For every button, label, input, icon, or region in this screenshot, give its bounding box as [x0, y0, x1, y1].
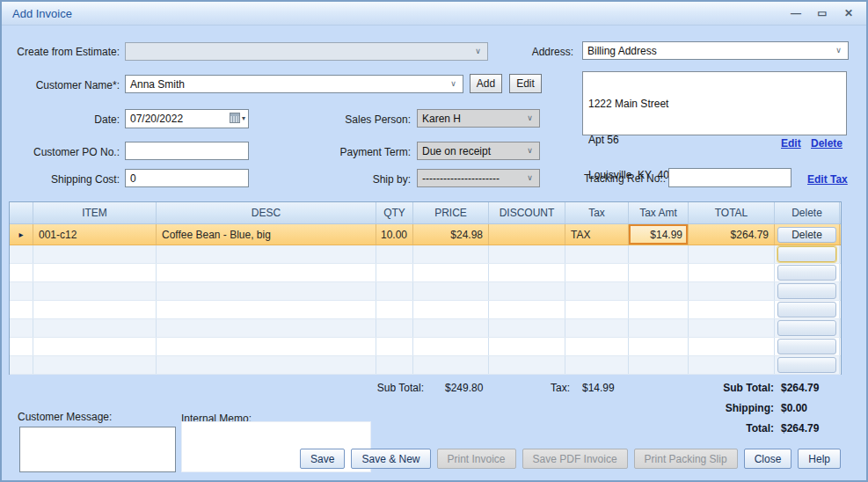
address-type-select[interactable]: Billing Address ∨ — [582, 41, 849, 60]
grid-empty-cell[interactable] — [157, 319, 376, 337]
grid-empty-cell[interactable] — [376, 338, 413, 355]
add-customer-button[interactable]: Add — [470, 74, 502, 93]
maximize-icon[interactable]: ▭ — [813, 5, 831, 21]
grid-empty-cell[interactable] — [413, 338, 489, 355]
save-pdf-invoice-button[interactable]: Save PDF Invoice — [522, 449, 628, 469]
grid-empty-cell[interactable] — [413, 301, 489, 318]
grid-empty-cell[interactable] — [629, 282, 689, 300]
grid-empty-cell[interactable] — [489, 319, 565, 337]
grid-header-price[interactable]: PRICE — [413, 202, 489, 223]
grid-empty-cell[interactable] — [629, 301, 689, 318]
grid-empty-row[interactable] — [10, 301, 841, 319]
grid-empty-row[interactable] — [10, 245, 841, 264]
grid-empty-cell[interactable] — [376, 264, 413, 281]
grid-header-item[interactable]: ITEM — [33, 202, 157, 223]
grid-empty-row[interactable] — [10, 319, 841, 338]
grid-empty-cell[interactable] — [376, 356, 413, 374]
grid-empty-cell[interactable] — [33, 356, 157, 374]
grid-empty-cell[interactable] — [689, 245, 775, 263]
grid-header-qty[interactable]: QTY — [376, 202, 413, 223]
grid-empty-cell[interactable] — [689, 301, 775, 318]
grid-empty-cell[interactable] — [689, 264, 775, 281]
date-input[interactable]: 07/20/2022 ▾ — [125, 109, 249, 128]
grid-empty-cell[interactable] — [413, 245, 489, 263]
grid-header-desc[interactable]: DESC — [157, 202, 376, 223]
grid-empty-cell[interactable] — [157, 282, 376, 300]
grid-empty-cell[interactable] — [376, 319, 413, 337]
grid-empty-cell[interactable] — [489, 356, 565, 374]
address-edit-link[interactable]: Edit — [781, 137, 801, 150]
grid-empty-cell[interactable] — [489, 245, 565, 263]
grid-empty-cell[interactable] — [10, 338, 33, 355]
minimize-icon[interactable]: — — [787, 5, 805, 21]
grid-header-tax-amt[interactable]: Tax Amt — [629, 202, 689, 223]
grid-empty-cell[interactable] — [413, 356, 489, 374]
edit-tax-link[interactable]: Edit Tax — [807, 173, 848, 186]
grid-empty-cell[interactable] — [157, 245, 376, 263]
grid-empty-row[interactable] — [10, 264, 841, 282]
close-icon[interactable]: ✕ — [840, 5, 857, 21]
grid-empty-cell[interactable] — [565, 264, 629, 281]
grid-empty-cell[interactable] — [376, 282, 413, 300]
row-delete-button[interactable] — [777, 302, 836, 318]
print-packing-slip-button[interactable]: Print Packing Slip — [634, 449, 738, 469]
grid-empty-row[interactable] — [10, 338, 841, 356]
grid-empty-cell[interactable] — [10, 264, 33, 281]
row-delete-button[interactable] — [777, 246, 836, 262]
row-delete-button[interactable] — [777, 320, 836, 336]
grid-empty-cell[interactable] — [33, 301, 157, 318]
shipping-cost-input[interactable]: 0 — [125, 169, 249, 187]
grid-empty-cell[interactable] — [157, 338, 376, 355]
edit-customer-button[interactable]: Edit — [509, 74, 542, 93]
grid-empty-cell[interactable] — [33, 319, 157, 337]
qty-cell[interactable]: 10.00 — [376, 224, 413, 245]
discount-cell[interactable] — [489, 224, 565, 245]
save-button[interactable]: Save — [300, 449, 345, 469]
customer-name-select[interactable]: Anna Smith ∨ — [125, 75, 463, 93]
tracking-ref-input[interactable] — [668, 168, 791, 187]
grid-empty-cell[interactable] — [565, 301, 629, 318]
grid-empty-cell[interactable] — [689, 282, 775, 300]
create-from-estimate-select[interactable]: ∨ — [125, 42, 488, 61]
grid-empty-cell[interactable] — [10, 282, 33, 300]
grid-empty-cell[interactable] — [565, 319, 629, 337]
print-invoice-button[interactable]: Print Invoice — [437, 449, 516, 469]
grid-empty-cell[interactable] — [413, 282, 489, 300]
grid-header-total[interactable]: TOTAL — [689, 202, 775, 223]
grid-empty-row[interactable] — [10, 282, 841, 301]
grid-empty-cell[interactable] — [33, 338, 157, 355]
grid-empty-cell[interactable] — [489, 282, 565, 300]
invoice-item-row[interactable]: ▸ 001-c12 Coffee Bean - Blue, big 10.00 … — [10, 224, 841, 245]
grid-empty-cell[interactable] — [489, 301, 565, 318]
row-delete-button[interactable]: Delete — [777, 227, 836, 243]
row-delete-button[interactable] — [777, 357, 836, 373]
close-button[interactable]: Close — [744, 449, 792, 469]
grid-empty-cell[interactable] — [629, 264, 689, 281]
grid-empty-cell[interactable] — [376, 301, 413, 318]
row-delete-button[interactable] — [777, 283, 836, 299]
grid-empty-cell[interactable] — [157, 264, 376, 281]
desc-cell[interactable]: Coffee Bean - Blue, big — [157, 224, 376, 245]
help-button[interactable]: Help — [798, 449, 841, 469]
grid-empty-cell[interactable] — [157, 356, 376, 374]
grid-empty-cell[interactable] — [629, 338, 689, 355]
grid-empty-cell[interactable] — [689, 356, 775, 374]
grid-empty-cell[interactable] — [489, 338, 565, 355]
grid-empty-cell[interactable] — [565, 245, 629, 263]
customer-message-input[interactable] — [19, 427, 176, 472]
grid-empty-cell[interactable] — [689, 338, 775, 355]
payment-term-select[interactable]: Due on receipt ∨ — [417, 142, 540, 160]
grid-empty-cell[interactable] — [33, 245, 157, 263]
grid-empty-cell[interactable] — [376, 245, 413, 263]
row-delete-button[interactable] — [777, 265, 836, 281]
ship-by-select[interactable]: ---------------------- ∨ — [417, 169, 540, 187]
grid-empty-cell[interactable] — [10, 245, 33, 263]
grid-empty-cell[interactable] — [413, 319, 489, 337]
price-cell[interactable]: $24.98 — [413, 224, 489, 245]
tax-cell[interactable]: TAX — [565, 224, 629, 245]
grid-empty-cell[interactable] — [565, 282, 629, 300]
grid-empty-cell[interactable] — [10, 301, 33, 318]
grid-empty-row[interactable] — [10, 356, 841, 375]
sales-person-select[interactable]: Karen H ∨ — [417, 109, 540, 128]
address-delete-link[interactable]: Delete — [811, 137, 842, 150]
